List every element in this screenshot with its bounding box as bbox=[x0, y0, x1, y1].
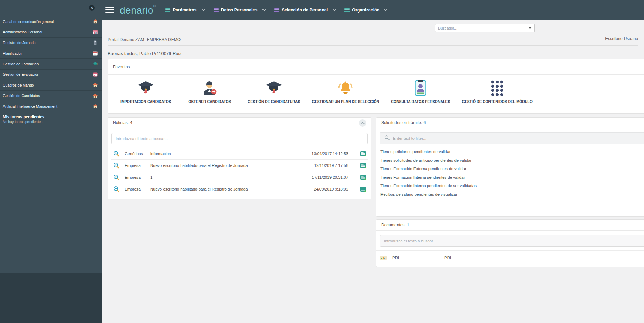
sidebar-item-ai-management[interactable]: Artificial Intelligence Management bbox=[0, 101, 102, 112]
documentos-card: Documentos: 1 PRL PRL bbox=[376, 219, 644, 267]
list-icon bbox=[344, 8, 350, 12]
favorites-card: Favoritos IMPORTACION CANDIDATOS OBTENER… bbox=[108, 59, 644, 114]
person-add-icon bbox=[202, 78, 217, 98]
sidebar-item-label: Gestión de Candidatos bbox=[3, 94, 40, 98]
favorite-consulta-datos-personales[interactable]: CONSULTA DATOS PERSONALES bbox=[391, 78, 450, 104]
sidebar-item-label: Administracion Personal bbox=[3, 30, 42, 34]
list-icon bbox=[165, 8, 170, 12]
news-text: informacion bbox=[150, 152, 302, 156]
table-row[interactable]: PRL PRL bbox=[376, 250, 644, 265]
news-text: 1 bbox=[150, 175, 302, 179]
collapse-icon[interactable] bbox=[359, 119, 366, 127]
menu-datos-personales[interactable]: Datos Personales bbox=[214, 8, 266, 13]
favorite-gestionar-plan-seleccion[interactable]: GESTIONAR UN PLAN DE SELECCIÓN bbox=[312, 78, 379, 104]
menu-parametros[interactable]: Parámetros bbox=[165, 8, 205, 13]
menu-seleccion-personal[interactable]: Selección de Personal bbox=[274, 8, 336, 13]
sidebar-item-gestion-formacion[interactable]: Gestión de Formación bbox=[0, 59, 102, 70]
table-row[interactable]: Genéricas informacion 13/04/2017 14:12:5… bbox=[111, 148, 368, 160]
table-row[interactable]: Empresa 1 17/11/2019 20:31:07 bbox=[111, 171, 368, 183]
favorite-obtener-candidatos[interactable]: OBTENER CANDIDATOS bbox=[184, 78, 236, 104]
favorite-importacion-candidatos[interactable]: IMPORTACION CANDIDATOS bbox=[120, 78, 172, 104]
documentos-search-input[interactable] bbox=[380, 235, 644, 247]
chevron-down-icon[interactable] bbox=[332, 9, 336, 11]
sidebar-item-administracion-personal[interactable]: Administracion Personal bbox=[0, 27, 102, 38]
sidebar-item-planificador[interactable]: Planificador bbox=[0, 48, 102, 59]
noticias-table: Genéricas informacion 13/04/2017 14:12:5… bbox=[111, 148, 368, 195]
table-row[interactable]: Empresa Nuevo escritorio habilitado para… bbox=[111, 160, 368, 171]
sidebar-item-label: Canal de comunicación general bbox=[3, 19, 54, 24]
house-icon bbox=[93, 104, 98, 109]
top-menu: Parámetros Datos Personales Selección de… bbox=[165, 8, 396, 13]
zoom-icon[interactable] bbox=[111, 174, 125, 180]
news-read-icon[interactable] bbox=[348, 162, 368, 169]
sidebar-item-label: Gestión de Evaluación bbox=[3, 72, 39, 76]
zoom-icon[interactable] bbox=[111, 186, 125, 192]
chevron-down-icon[interactable] bbox=[262, 9, 266, 11]
sidebar-item-registro-jornada[interactable]: Registro de Jornada bbox=[0, 38, 102, 48]
id-card-icon bbox=[415, 78, 426, 98]
zoom-icon[interactable] bbox=[111, 162, 125, 169]
news-category: Empresa bbox=[125, 175, 150, 179]
document-description: PRL bbox=[444, 256, 452, 260]
chevron-down-icon[interactable] bbox=[384, 9, 388, 11]
chevron-down-icon[interactable] bbox=[201, 9, 205, 11]
close-icon[interactable]: ✕ bbox=[89, 5, 95, 11]
solicitud-item[interactable]: Recibos de salario pendientes de visuali… bbox=[380, 190, 644, 199]
escritorio-usuario-link[interactable]: Escritorio Usuario bbox=[605, 36, 638, 41]
solicitudes-title: Solicitudes en trámite: 6 bbox=[381, 118, 426, 128]
sidebar-item-canal-comunicacion[interactable]: Canal de comunicación general bbox=[0, 16, 102, 27]
favorite-gestio-contenidos-modulo[interactable]: GESTIÓ DE CONTENIDOS DEL MÓDULO bbox=[462, 78, 533, 104]
sidebar-nav: Canal de comunicación general Administra… bbox=[0, 16, 102, 112]
solicitud-item[interactable]: Tienes peticiones pendientes de validar bbox=[380, 147, 644, 156]
pending-tasks-empty-text: No hay tareas pendientes bbox=[3, 120, 99, 124]
search-input[interactable] bbox=[435, 26, 526, 30]
menu-organizacion[interactable]: Organización bbox=[344, 8, 388, 13]
sidebar-item-gestion-candidatos[interactable]: Gestión de Candidatos bbox=[0, 91, 102, 102]
graduation-cap-icon bbox=[138, 78, 154, 98]
sidebar-item-label: Planificador bbox=[3, 51, 22, 55]
news-text: Nuevo escritorio habilitado para el Regi… bbox=[150, 187, 302, 191]
solicitudes-filter bbox=[380, 132, 644, 144]
news-category: Empresa bbox=[125, 187, 150, 191]
denario-logo[interactable]: denario® bbox=[120, 4, 156, 16]
sidebar-item-cuadros-mando[interactable]: Cuadros de Mando bbox=[0, 80, 102, 91]
news-datetime: 24/09/2019 9:18:09 bbox=[302, 187, 348, 191]
hamburger-menu-icon[interactable] bbox=[105, 7, 114, 13]
sidebar-item-label: Gestión de Formación bbox=[3, 62, 39, 66]
checklist-icon bbox=[93, 72, 98, 77]
calendar-icon bbox=[93, 50, 98, 56]
solicitud-item[interactable]: Tienes solicitudes de anticipo pendiente… bbox=[380, 156, 644, 165]
news-datetime: 19/11/2019 7:17:56 bbox=[302, 163, 348, 168]
solicitudes-card: Solicitudes en trámite: 6 Tienes peticio… bbox=[376, 117, 644, 217]
solicitudes-filter-input[interactable] bbox=[393, 136, 644, 140]
greeting: Buenas tardes, Pablo Pr110076 Ruiz bbox=[108, 51, 644, 56]
pending-tasks-title: Mis tareas pendientes... bbox=[3, 115, 99, 119]
sidebar-item-label: Registro de Jornada bbox=[3, 41, 36, 45]
documentos-title: Documentos: 1 bbox=[381, 220, 409, 230]
house-icon bbox=[93, 82, 98, 88]
news-read-icon[interactable] bbox=[348, 151, 368, 157]
people-card-icon bbox=[93, 29, 98, 35]
solicitud-item[interactable]: Tienes Formación Interna pendientes de s… bbox=[380, 181, 644, 190]
news-category: Genéricas bbox=[125, 152, 150, 156]
favorite-gestion-candidaturas[interactable]: GESTIÓN DE CANDIDATURAS bbox=[248, 78, 300, 104]
house-icon bbox=[93, 93, 98, 98]
news-read-icon[interactable] bbox=[348, 186, 368, 192]
solicitud-item[interactable]: Tienes Formación Interna pendientes de v… bbox=[380, 173, 644, 182]
noticias-card: Noticias: 4 Genéricas informacion 13/04/… bbox=[108, 117, 371, 199]
noticias-search-input[interactable] bbox=[111, 133, 368, 144]
grid-dots-icon bbox=[490, 78, 504, 98]
house-icon bbox=[93, 19, 98, 24]
chevron-down-icon[interactable] bbox=[526, 27, 534, 29]
graduation-cap-icon bbox=[266, 78, 282, 98]
solicitud-item[interactable]: Tienes Formación Externa pendientes de v… bbox=[380, 164, 644, 173]
graduation-icon bbox=[93, 61, 98, 67]
favorites-title: Favoritos bbox=[113, 59, 130, 75]
topbar: denario® Parámetros Datos Personales Sel… bbox=[102, 0, 644, 20]
news-read-icon[interactable] bbox=[348, 174, 368, 180]
breadcrumb-row: Portal Denario ZAM -EMPRESA DEMO Escrito… bbox=[108, 36, 638, 46]
sidebar-item-gestion-evaluacion[interactable]: Gestión de Evaluación bbox=[0, 70, 102, 80]
zoom-icon[interactable] bbox=[111, 151, 125, 157]
table-row[interactable]: Empresa Nuevo escritorio habilitado para… bbox=[111, 183, 368, 195]
document-chart-icon bbox=[380, 254, 389, 261]
